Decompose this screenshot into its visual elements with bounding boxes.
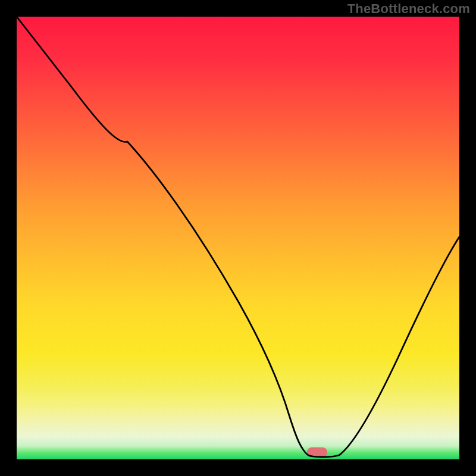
bottleneck-curve	[17, 17, 459, 459]
chart-frame: TheBottleneck.com	[0, 0, 476, 476]
watermark-text: TheBottleneck.com	[347, 1, 470, 17]
plot-area	[17, 17, 459, 459]
